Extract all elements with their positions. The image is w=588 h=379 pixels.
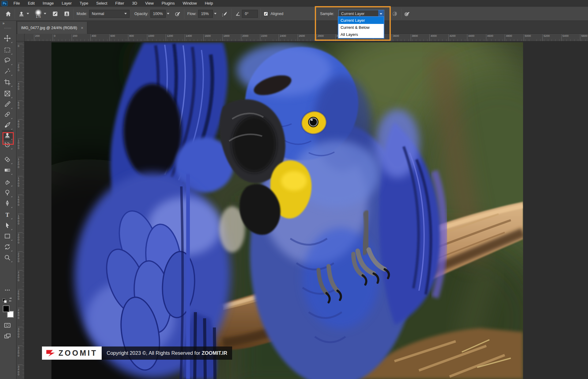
lasso-tool[interactable] [2,55,13,66]
object-selection-tool[interactable] [2,66,13,76]
menu-image[interactable]: Image [39,0,58,7]
menu-edit[interactable]: Edit [24,0,39,7]
chevron-down-icon[interactable] [167,13,169,14]
menu-items: FileEditImageLayerTypeSelectFilter3DView… [9,0,217,7]
quick-mask-icon[interactable] [2,321,13,329]
clone-source-panel-icon[interactable] [63,10,71,18]
zoom-tool[interactable] [2,252,13,263]
edit-toolbar-ellipsis-icon[interactable] [2,286,13,294]
menu-type[interactable]: Type [76,0,92,7]
vruler-label: 1 8 0 0 [18,214,23,225]
stamp-icon [4,132,11,139]
vruler-label: 1 4 0 0 [18,176,23,187]
sample-option-all-layers[interactable]: All Layers [338,31,384,38]
menu-filter[interactable]: Filter [111,0,128,7]
pressure-size-icon[interactable] [403,10,411,18]
vruler-label: 2 0 0 0 [18,232,23,244]
healing-brush-tool[interactable] [2,109,13,120]
gradient-tool[interactable] [2,165,13,175]
menu-plugins[interactable]: Plugins [158,0,179,7]
hruler-label: 3800 [411,34,418,41]
hruler-label: 5200 [542,34,550,41]
ignore-adjustment-layers-icon[interactable] [391,10,399,18]
menu-3d[interactable]: 3D [128,0,141,7]
chevron-down-icon[interactable] [27,13,29,14]
menu-select[interactable]: Select [92,0,111,7]
flow-value-field[interactable]: 15% [198,10,213,18]
menu-layer[interactable]: Layer [58,0,76,7]
document-tab[interactable]: IMG_0477.jpg @ 24/4% (RGB/8) × [17,22,87,34]
close-tab-icon[interactable]: × [81,25,83,30]
pressure-opacity-icon[interactable] [174,10,182,18]
chevron-down-icon[interactable] [44,13,46,14]
photoshop-logo: Ps [2,1,8,6]
clone-stamp-tool[interactable] [2,130,13,140]
screen-mode-icon[interactable] [2,332,13,340]
brush-settings-panel-icon[interactable] [51,10,59,18]
foreground-color-swatch[interactable] [3,305,9,312]
chevron-down-icon [124,13,127,14]
canvas-area[interactable] [24,41,588,379]
watermark: ZOOMIT Copyright 2023 ©, All Rights Rese… [42,346,232,360]
divider [231,9,232,19]
menu-file[interactable]: File [9,0,24,7]
flow-label: Flow: [187,12,197,16]
collapse-panel-icon[interactable]: » [2,21,4,25]
menu-help[interactable]: Help [201,0,217,7]
rotate-icon [4,243,11,251]
opacity-value-field[interactable]: 100% [150,10,166,18]
history-brush-tool[interactable] [2,140,13,150]
document-tab-title: IMG_0477.jpg @ 24/4% (RGB/8) [21,26,77,30]
watermark-brand: ZOOMIT [58,349,97,358]
smudge-tool[interactable] [2,177,13,187]
vruler-label: 3 2 0 0 [18,346,23,357]
rectangle-tool[interactable] [2,231,13,241]
aligned-checkbox[interactable]: ✓ [264,12,268,16]
divider [260,9,261,19]
sample-option-current-below[interactable]: Current & Below [338,24,384,31]
swap-colors-icon[interactable] [7,297,14,302]
eyedropper-tool[interactable] [2,99,13,109]
type-tool[interactable] [2,209,13,220]
home-icon[interactable] [4,10,12,18]
eraser-tool[interactable] [2,154,13,165]
hruler-label: 5000 [524,34,531,41]
move-tool[interactable] [2,33,13,44]
tool-preset-stamp-icon[interactable] [17,10,25,18]
angle-icon [234,10,242,18]
horizontal-ruler[interactable]: 2000200400600800100012001400160018002000… [24,34,588,41]
mode-select[interactable]: Normal [89,10,130,18]
dodge-tool[interactable] [2,187,13,198]
opacity-label: Opacity: [134,12,149,16]
frame-tool[interactable] [2,88,13,99]
divider [184,9,184,19]
sample-dropdown-list: Current LayerCurrent & BelowAll Layers [338,16,384,39]
hruler-label: 0 [53,34,55,41]
crop-tool[interactable] [2,77,13,87]
type-icon [4,211,11,218]
toolbar-grip[interactable] [4,28,11,29]
chevron-down-icon[interactable] [214,13,217,14]
menu-view[interactable]: View [141,0,158,7]
airbrush-icon[interactable] [221,10,229,18]
hruler-label: 5600 [580,34,587,41]
tab-bar: IMG_0477.jpg @ 24/4% (RGB/8) × [17,21,588,34]
brush-tool[interactable] [2,120,13,130]
path-selection-tool[interactable] [2,220,13,231]
marquee-tool[interactable] [2,45,13,55]
vruler-label: 3 0 0 0 [18,327,23,338]
divider [15,9,15,19]
angle-value-field[interactable]: 0° [242,10,258,18]
rotate-view-tool[interactable] [2,242,13,252]
sample-option-current-layer[interactable]: Current Layer [338,17,384,24]
vruler-label: 6 0 0 [18,101,23,109]
vertical-ruler[interactable]: 02 0 04 0 06 0 08 0 01 0 0 01 2 0 01 4 0… [17,41,24,379]
brush-icon [4,121,11,129]
menu-bar: Ps FileEditImageLayerTypeSelectFilter3DV… [0,0,588,7]
hruler-label: 5400 [561,34,569,41]
hruler-label: 200 [34,34,40,41]
pen-tool[interactable] [2,198,13,209]
hruler-label: 200 [72,34,77,41]
brush-preset-picker[interactable]: 175 [35,9,42,18]
menu-window[interactable]: Window [179,0,201,7]
